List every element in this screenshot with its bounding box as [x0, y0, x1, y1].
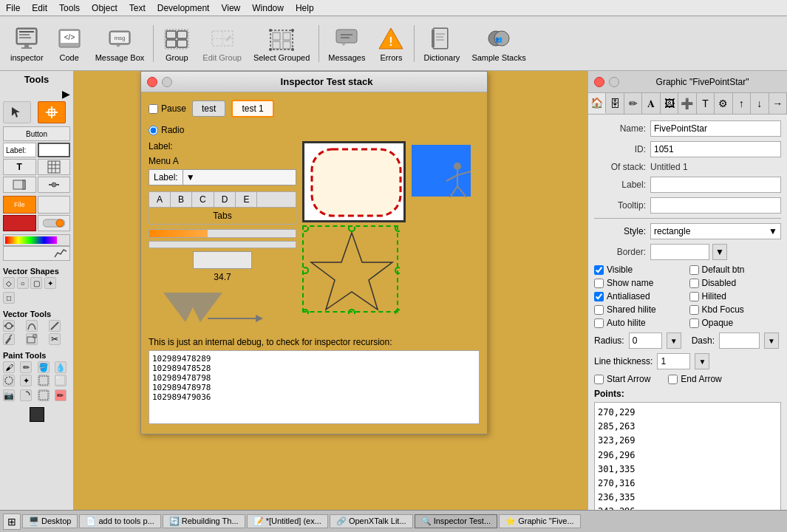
points-list[interactable]: 270,229 285,263 323,269 296,296 301,335 … — [594, 402, 781, 520]
stack-minimize-button[interactable] — [162, 77, 172, 87]
id-field-input[interactable] — [650, 141, 781, 157]
tab-b[interactable]: B — [171, 192, 192, 207]
text-tool[interactable]: T — [3, 159, 36, 175]
style-select[interactable]: rectangle ▼ — [650, 223, 781, 239]
crosshair-tool[interactable] — [38, 101, 66, 123]
show-name-input[interactable] — [594, 279, 604, 288]
dash-input[interactable] — [719, 332, 760, 349]
kbd-focus-input[interactable] — [689, 305, 699, 315]
insp-tab-up[interactable]: ↑ — [733, 93, 751, 114]
circle-shape[interactable]: ○ — [17, 277, 29, 289]
opaque-checkbox[interactable]: Opaque — [689, 318, 782, 328]
debug-textarea[interactable]: 102989478289 102989478528 102989478798 1… — [149, 350, 480, 424]
disabled-input[interactable] — [689, 279, 699, 288]
auto-hilite-checkbox[interactable]: Auto hilite — [594, 318, 687, 328]
kbd-focus-checkbox[interactable]: Kbd Focus — [689, 304, 782, 315]
toolbar-code[interactable]: </> Code — [51, 22, 88, 65]
insp-tab-right[interactable]: → — [769, 93, 787, 114]
menu-window[interactable]: Window — [246, 3, 290, 13]
dropdown[interactable]: Label: ▼ — [149, 169, 296, 185]
menu-tools[interactable]: Tools — [53, 3, 86, 13]
insp-tab-down[interactable]: ↓ — [751, 93, 769, 114]
rect-shape[interactable]: □ — [3, 292, 15, 304]
color-slider[interactable] — [3, 234, 70, 246]
lt-spinner[interactable]: ▼ — [695, 353, 709, 369]
insp-tab-font[interactable]: 𝐀 — [642, 93, 660, 114]
insp-tab-pencil[interactable]: ✏ — [624, 93, 642, 114]
antialiased-input[interactable] — [594, 292, 604, 301]
tooltip-field-input[interactable] — [650, 197, 781, 214]
red-widget[interactable] — [3, 215, 36, 231]
line-tool[interactable] — [49, 320, 61, 332]
lt-input[interactable] — [657, 353, 690, 369]
diamond-shape[interactable]: ◇ — [3, 277, 15, 289]
menu-help[interactable]: Help — [290, 3, 320, 13]
dropdown-arrow-icon[interactable]: ▼ — [183, 170, 198, 185]
pen-tool[interactable] — [3, 333, 15, 345]
fill-tool[interactable]: 🪣 — [38, 361, 50, 373]
bezier-tool[interactable] — [26, 320, 38, 332]
insp-tab-house[interactable]: 🏠 — [588, 93, 606, 114]
visible-input[interactable] — [594, 265, 604, 275]
end-arrow-input[interactable] — [668, 375, 678, 384]
star-shape[interactable]: ✦ — [44, 277, 56, 289]
menu-text[interactable]: Text — [123, 3, 151, 13]
radius-input[interactable] — [629, 332, 662, 349]
stamp-tool[interactable]: 📷 — [3, 389, 15, 401]
eraser2-tool[interactable]: ✏ — [55, 389, 67, 401]
lasso-tool[interactable] — [3, 375, 15, 386]
test-button-2[interactable]: test 1 — [231, 100, 273, 117]
inspector-min-btn[interactable] — [609, 77, 619, 87]
start-arrow-checkbox[interactable]: Start Arrow — [594, 374, 650, 384]
file-widget[interactable]: File — [3, 196, 36, 214]
graph-widget[interactable] — [3, 246, 70, 261]
toolbar-dictionary[interactable]: Dictionary — [419, 22, 464, 65]
selected-rect-graphic[interactable] — [302, 141, 406, 222]
scrollbar[interactable] — [149, 241, 296, 248]
start-arrow-input[interactable] — [594, 375, 604, 384]
disabled-checkbox[interactable]: Disabled — [689, 278, 782, 288]
end-arrow-checkbox[interactable]: End Arrow — [668, 374, 721, 384]
taskbar-add-tools[interactable]: 📄 add to tools p... — [79, 514, 160, 528]
pause-input[interactable] — [149, 104, 158, 114]
dash-spinner[interactable]: ▼ — [764, 332, 779, 349]
paint-lasso-tool[interactable] — [20, 389, 32, 401]
toolbar-inspector[interactable]: inspector — [6, 22, 48, 65]
auto-hilite-input[interactable] — [594, 318, 604, 328]
rect-button[interactable] — [193, 251, 252, 269]
tab-e[interactable]: E — [236, 192, 257, 207]
name-field-input[interactable] — [650, 120, 781, 137]
pause-checkbox[interactable]: Pause — [149, 103, 186, 114]
border-arrow-btn[interactable]: ▼ — [712, 244, 727, 260]
insp-tab-gear[interactable]: ⚙ — [715, 93, 732, 114]
stack-close-button[interactable] — [147, 77, 157, 87]
image-widget[interactable] — [38, 196, 71, 214]
visible-checkbox[interactable]: Visible — [594, 265, 687, 275]
brush-tool[interactable]: 🖌 — [3, 361, 15, 373]
tab-d[interactable]: D — [214, 192, 236, 207]
scissors-tool[interactable]: ✂ — [49, 333, 61, 345]
button-widget[interactable]: Button — [3, 126, 70, 141]
rect-select-tool[interactable] — [38, 375, 50, 386]
table-tool[interactable] — [38, 159, 71, 175]
test-button-1[interactable]: test — [192, 100, 225, 117]
opaque-input[interactable] — [689, 318, 699, 328]
eyedropper-tool[interactable]: 💧 — [55, 361, 67, 373]
toolbar-errors[interactable]: ! Errors — [372, 22, 409, 65]
round-rect-shape[interactable]: ▢ — [30, 277, 42, 289]
taskbar-graphic-five[interactable]: ⭐ Graphic "Five... — [499, 514, 580, 528]
slider-tool[interactable] — [38, 177, 71, 193]
transform-tool[interactable] — [26, 333, 38, 345]
tab-a[interactable]: A — [149, 192, 171, 207]
hilited-input[interactable] — [689, 292, 699, 301]
taskbar-untitled[interactable]: 📝 *[Untitled] (ex... — [247, 514, 328, 528]
antialiased-checkbox[interactable]: Antialiased — [594, 291, 687, 301]
insp-tab-text[interactable]: T — [697, 93, 715, 114]
toolbar-sample-stacks[interactable]: 👥 Sample Stacks — [467, 22, 530, 65]
shared-hilite-checkbox[interactable]: Shared hilite — [594, 304, 687, 315]
label-field-input[interactable] — [650, 177, 781, 193]
default-btn-input[interactable] — [689, 265, 699, 275]
tools-expand-icon[interactable]: ▶ — [62, 88, 70, 100]
taskbar-rebuilding[interactable]: 🔄 Rebuilding Th... — [163, 514, 245, 528]
magic-wand-tool[interactable]: ✦ — [20, 375, 32, 386]
